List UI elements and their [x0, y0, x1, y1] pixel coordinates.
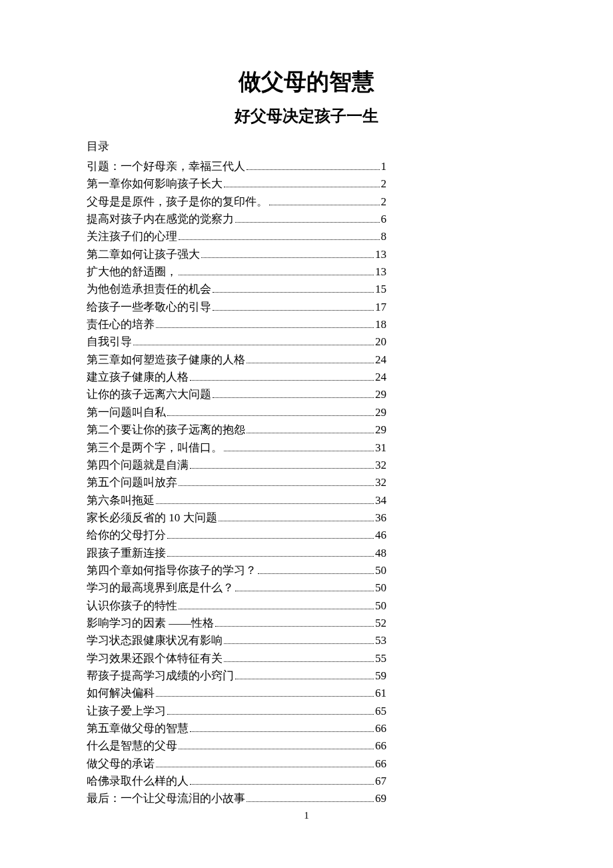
toc-entry-page: 66: [375, 720, 386, 737]
toc-entry-text: 第四个章如何指导你孩子的学习？: [87, 562, 257, 579]
toc-entry: 关注孩子们的心理 8: [87, 228, 386, 245]
toc-entry-text: 跟孩子重新连接: [87, 545, 166, 562]
toc-leader: [235, 679, 374, 679]
toc-entry-text: 第三章如何塑造孩子健康的人格: [87, 351, 245, 369]
toc-leader: [224, 643, 374, 644]
toc-entry-text: 让你的孩子远离六大问题: [87, 386, 211, 403]
toc-entry-text: 如何解决偏科: [87, 685, 155, 702]
toc-leader: [247, 363, 374, 363]
toc-entry-page: 29: [375, 421, 386, 439]
toc-entry: 学习效果还跟个体特征有关 55: [87, 650, 386, 667]
toc-leader: [167, 538, 374, 539]
toc-entry: 帮孩子提高学习成绩的小窍门59: [87, 667, 386, 685]
toc-leader: [167, 714, 374, 715]
toc-entry-page: 8: [381, 228, 387, 245]
toc-entry: 第四个章如何指导你孩子的学习？ 50: [87, 562, 386, 579]
toc-entry-text: 哈佛录取什么样的人: [87, 773, 189, 790]
toc-entry-page: 46: [375, 527, 386, 544]
toc-entry-text: 给孩子一些孝敬心的引导: [87, 299, 211, 316]
toc-entry-text: 学习的最高境界到底是什么？: [87, 579, 234, 597]
toc-entry-text: 什么是智慧的父母: [87, 737, 177, 755]
toc-entry: 学习的最高境界到底是什么？ 50: [87, 579, 386, 597]
toc-leader: [190, 468, 374, 469]
toc-entry-text: 做父母的承诺: [87, 755, 155, 773]
toc-entry: 建立孩子健康的人格 24: [87, 369, 386, 386]
toc-entry-text: 第二个要让你的孩子远离的抱怨: [87, 421, 245, 439]
table-of-contents: 引题：一个好母亲，幸福三代人1第一章你如何影响孩子长大2父母是是原件，孩子是你的…: [87, 158, 526, 808]
toc-entry: 给孩子一些孝敬心的引导17: [87, 299, 386, 316]
toc-entry-page: 32: [375, 457, 386, 474]
toc-entry: 父母是是原件，孩子是你的复印件。 2: [87, 193, 386, 211]
toc-leader: [133, 345, 374, 345]
toc-leader: [269, 205, 380, 205]
toc-entry-text: 家长必须反省的 10 大问题: [87, 509, 217, 527]
toc-entry-page: 69: [375, 790, 386, 807]
toc-entry-text: 帮孩子提高学习成绩的小窍门: [87, 667, 234, 685]
toc-entry-page: 29: [375, 404, 386, 421]
toc-entry: 第五章做父母的智慧66: [87, 720, 386, 737]
toc-leader: [247, 801, 374, 802]
toc-leader: [213, 292, 374, 293]
toc-leader: [247, 433, 374, 433]
toc-leader: [215, 626, 374, 627]
toc-leader: [258, 573, 374, 574]
toc-entry-page: 6: [381, 211, 387, 228]
toc-leader: [224, 661, 374, 662]
toc-entry: 责任心的培养 18: [87, 316, 386, 333]
toc-leader: [156, 767, 374, 767]
toc-leader: [179, 485, 374, 486]
toc-entry: 第三个是两个字，叫借口。 31: [87, 439, 386, 457]
toc-entry: 第二个要让你的孩子远离的抱怨29: [87, 421, 386, 439]
toc-entry-page: 34: [375, 492, 386, 509]
toc-leader: [224, 451, 374, 451]
toc-entry-page: 2: [381, 193, 387, 211]
toc-label: 目录: [87, 139, 526, 154]
toc-entry: 第六条叫拖延 34: [87, 492, 386, 509]
toc-entry: 哈佛录取什么样的人 67: [87, 773, 386, 790]
toc-leader: [179, 749, 374, 749]
toc-entry: 让你的孩子远离六大问题 29: [87, 386, 386, 403]
toc-leader: [219, 521, 374, 521]
toc-leader: [167, 415, 374, 416]
toc-entry-page: 31: [375, 439, 386, 457]
toc-entry: 自我引导 20: [87, 333, 386, 351]
toc-entry-page: 50: [375, 597, 386, 615]
toc-entry-text: 扩大他的舒适圈，: [87, 263, 177, 281]
document-subtitle: 好父母决定孩子一生: [87, 105, 526, 127]
toc-entry-text: 提高对孩子内在感觉的觉察力: [87, 211, 234, 228]
toc-entry-page: 15: [375, 281, 386, 298]
toc-entry-page: 50: [375, 579, 386, 597]
toc-leader: [179, 609, 374, 609]
toc-leader: [190, 731, 374, 732]
toc-entry-text: 第五章做父母的智慧: [87, 720, 189, 737]
toc-entry: 第二章如何让孩子强大13: [87, 246, 386, 263]
toc-entry-text: 第三个是两个字，叫借口。: [87, 439, 223, 457]
toc-entry: 第一问题叫自私29: [87, 404, 386, 421]
toc-entry: 为他创造承担责任的机会 15: [87, 281, 386, 298]
toc-leader: [201, 257, 374, 258]
toc-entry-text: 建立孩子健康的人格: [87, 369, 189, 386]
toc-entry-text: 第六条叫拖延: [87, 492, 155, 509]
toc-entry: 如何解决偏科 61: [87, 685, 386, 702]
toc-leader: [167, 556, 374, 557]
toc-entry: 学习状态跟健康状况有影响 53: [87, 632, 386, 649]
toc-entry-page: 32: [375, 474, 386, 491]
toc-entry-page: 53: [375, 632, 386, 649]
toc-entry: 第一章你如何影响孩子长大2: [87, 175, 386, 193]
toc-leader: [224, 187, 380, 187]
toc-entry-text: 责任心的培养: [87, 316, 155, 333]
toc-entry: 扩大他的舒适圈， 13: [87, 263, 386, 281]
toc-entry-text: 认识你孩子的特性: [87, 597, 177, 615]
toc-entry-page: 20: [375, 333, 386, 351]
toc-entry: 给你的父母打分 46: [87, 527, 386, 544]
toc-entry-text: 第一章你如何影响孩子长大: [87, 175, 223, 193]
toc-entry-page: 13: [375, 246, 386, 263]
toc-entry-page: 13: [375, 263, 386, 281]
toc-entry-text: 第四个问题就是自满: [87, 457, 189, 474]
toc-entry: 让孩子爱上学习 65: [87, 703, 386, 720]
page-number: 1: [304, 810, 309, 821]
toc-entry-page: 65: [375, 703, 386, 720]
toc-entry-page: 24: [375, 351, 386, 369]
toc-entry: 家长必须反省的 10 大问题36: [87, 509, 386, 527]
toc-entry-text: 关注孩子们的心理: [87, 228, 177, 245]
